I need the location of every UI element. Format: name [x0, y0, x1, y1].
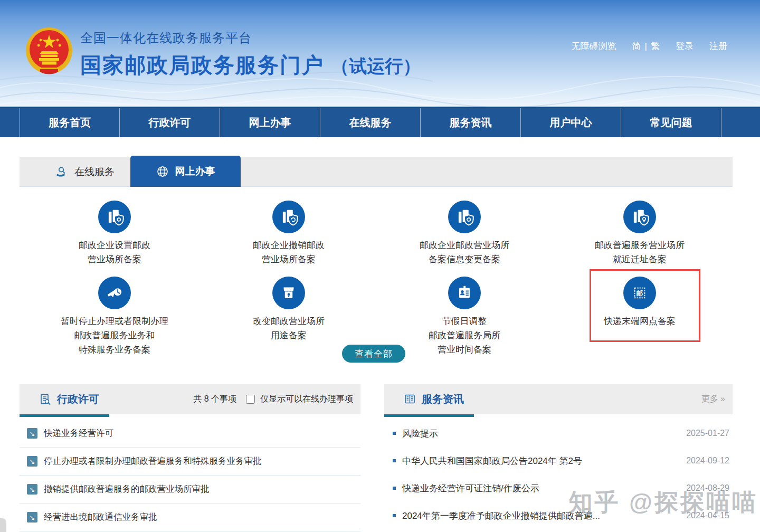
news-item-license-cancellation[interactable]: 快递业务经营许可证注销/作废公示 2024-08-29 [384, 474, 733, 502]
login-link[interactable]: 登录 [676, 40, 694, 52]
service-news-list: 风险提示 2025-01-27 中华人民共和国国家邮政局公告2024年 第2号 … [384, 420, 733, 529]
item-count-text: 共 8 个事项 [193, 394, 236, 405]
service-news-title-text: 服务资讯 [422, 392, 464, 406]
register-link[interactable]: 注册 [709, 40, 727, 52]
service-item-label: 邮政普遍服务营业场所 就近迁址备案 [595, 238, 685, 267]
nav-item-service-news[interactable]: 服务资讯 [421, 108, 521, 137]
site-title: 国家邮政局政务服务门户 （试运行） [80, 51, 421, 80]
floating-widget-edge[interactable] [0, 518, 6, 532]
stamp-icon: 邮 [623, 277, 656, 309]
list-item-label: 快递业务经营许可 [44, 428, 113, 439]
service-news-header: 服务资讯 更多 » [384, 384, 733, 414]
list-item-label: 撤销提供邮政普遍服务的邮政营业场所审批 [44, 483, 210, 495]
nav-item-online-handling[interactable]: 网上办事 [220, 108, 320, 137]
tab-online-service[interactable]: 在线服务 [41, 157, 129, 187]
admin-license-title-text: 行政许可 [57, 392, 99, 406]
news-item-date: 2024-08-29 [686, 483, 729, 493]
service-item-change-filing-info[interactable]: 邮政企业邮政营业场所 备案信息变更备案 [385, 201, 544, 267]
header-links: 无障碍浏览 简 | 繁 登录 注册 [572, 40, 727, 52]
service-item-label: 改变邮政营业场所 用途备案 [253, 314, 325, 343]
bullet-icon [393, 432, 396, 435]
panel-title-underline [384, 414, 474, 417]
site-title-text: 国家邮政局政务服务门户 [80, 53, 324, 77]
docs-shield-pin-icon [623, 201, 656, 233]
news-item-q1-2024-approval[interactable]: 2024年第一季度准予邮政企业撤销提供邮政普遍... 2024-04-15 [384, 502, 733, 529]
lang-traditional-link[interactable]: 繁 [651, 40, 660, 52]
list-item-label: 经营进出境邮政通信业务审批 [44, 511, 157, 523]
panel-title-underline [20, 414, 109, 417]
document-magnifier-icon [39, 393, 52, 406]
more-link[interactable]: 更多 » [701, 394, 725, 405]
service-item-relocation-filing[interactable]: 邮政普遍服务营业场所 就近迁址备案 [560, 201, 719, 267]
service-item-label: 邮政企业撤销邮政 营业场所备案 [253, 238, 325, 267]
list-item-revoke-approval[interactable]: ↘ 撤销提供邮政普遍服务的邮政营业场所审批 [20, 476, 360, 504]
list-item-cross-border-approval[interactable]: ↘ 经营进出境邮政通信业务审批 [20, 504, 360, 531]
nav-item-admin-license[interactable]: 行政许可 [120, 108, 220, 137]
docs-shield-gear-icon [98, 201, 131, 233]
news-item-title: 中华人民共和国国家邮政局公告2024年 第2号 [402, 455, 582, 467]
service-item-revoke-postal-premises[interactable]: 邮政企业撤销邮政 营业场所备案 [210, 201, 368, 267]
news-item-date: 2025-01-27 [686, 429, 729, 438]
admin-license-header: 行政许可 共 8 个事项 仅显示可以在线办理事项 [20, 384, 360, 414]
lang-divider: | [645, 41, 647, 52]
stamp-character: 邮 [636, 289, 643, 297]
docs-shield-sync-icon [448, 201, 481, 233]
admin-license-controls: 共 8 个事项 仅显示可以在线办理事项 [193, 394, 353, 405]
nav-item-user-center[interactable]: 用户中心 [521, 108, 621, 137]
list-item-express-license[interactable]: ↘ 快递业务经营许可 [20, 420, 360, 448]
nav-item-home[interactable]: 服务首页 [20, 108, 120, 137]
service-item-change-premises-use[interactable]: 改变邮政营业场所 用途备案 [210, 277, 368, 343]
service-item-holiday-hours[interactable]: 节假日调整 邮政普遍服务局所 营业时间备案 [385, 277, 544, 357]
docs-shield-undo-icon [272, 201, 305, 233]
arrow-icon: ↘ [27, 456, 37, 467]
service-item-express-endpoint-filing[interactable]: 邮 快递末端网点备案 [560, 277, 719, 328]
globe-icon [156, 165, 169, 178]
national-emblem-logo [24, 26, 74, 77]
service-tabbar: 在线服务 网上办事 [20, 157, 733, 187]
bullet-icon [393, 487, 396, 490]
page-header: 全国一体化在线政务服务平台 国家邮政局政务服务门户 （试运行） 无障碍浏览 简 … [0, 0, 760, 107]
news-item-risk-notice[interactable]: 风险提示 2025-01-27 [384, 420, 733, 447]
view-all-button[interactable]: 查看全部 [342, 345, 405, 363]
platform-title: 全国一体化在线政务服务平台 [80, 30, 421, 46]
store-pin-icon [272, 277, 305, 309]
language-switch: 简 | 繁 [632, 40, 660, 52]
service-news-title: 服务资讯 [404, 392, 464, 406]
news-item-date: 2024-04-15 [686, 511, 729, 520]
service-item-label: 暂时停止办理或者限制办理 邮政普遍服务业务和 特殊服务业务备案 [61, 314, 168, 357]
newspaper-icon [404, 393, 416, 406]
service-news-panel: 服务资讯 更多 » 风险提示 2025-01-27 中华人民共和国国家邮政局公告… [384, 384, 733, 532]
news-item-title: 风险提示 [402, 428, 438, 440]
tab-online-handling[interactable]: 网上办事 [130, 156, 241, 187]
main-navigation: 服务首页 行政许可 网上办事 在线服务 服务资讯 用户中心 常见问题 [0, 107, 760, 137]
lang-simplified-link[interactable]: 简 [632, 40, 641, 52]
service-item-suspend-services[interactable]: 暂时停止办理或者限制办理 邮政普遍服务业务和 特殊服务业务备案 [35, 277, 194, 357]
service-item-label: 节假日调整 邮政普遍服务局所 营业时间备案 [429, 314, 500, 357]
id-card-icon [448, 277, 481, 309]
tab-online-service-label: 在线服务 [74, 165, 115, 179]
online-only-label: 仅显示可以在线办理事项 [260, 394, 353, 405]
news-item-date: 2024-09-12 [686, 456, 729, 466]
services-grid: 邮政企业设置邮政 营业场所备案 邮政企业撤销邮政 营业场所备案 [20, 188, 733, 376]
bullet-icon [393, 459, 396, 462]
arrow-icon: ↘ [27, 512, 37, 522]
admin-license-title: 行政许可 [39, 392, 99, 406]
list-item-label: 停止办理或者限制办理邮政普遍服务和特殊服务业务审批 [44, 455, 262, 467]
hand-magnifier-icon [55, 166, 68, 178]
accessibility-link[interactable]: 无障碍浏览 [572, 40, 616, 52]
online-only-checkbox[interactable] [246, 395, 255, 404]
service-item-setup-postal-premises[interactable]: 邮政企业设置邮政 营业场所备案 [35, 201, 194, 267]
service-item-label: 快递末端网点备案 [604, 314, 676, 328]
nav-item-faq[interactable]: 常见问题 [621, 108, 721, 137]
admin-license-list: ↘ 快递业务经营许可 ↘ 停止办理或者限制办理邮政普遍服务和特殊服务业务审批 ↘… [20, 420, 360, 531]
news-item-announcement-2024-2[interactable]: 中华人民共和国国家邮政局公告2024年 第2号 2024-09-12 [384, 447, 733, 474]
tab-online-handling-label: 网上办事 [175, 165, 215, 178]
list-item-suspend-approval[interactable]: ↘ 停止办理或者限制办理邮政普遍服务和特殊服务业务审批 [20, 448, 360, 476]
news-item-title: 2024年第一季度准予邮政企业撤销提供邮政普遍... [402, 510, 600, 522]
news-item-title: 快递业务经营许可证注销/作废公示 [402, 482, 539, 495]
arrow-icon: ↘ [27, 484, 37, 495]
bullet-icon [393, 514, 396, 517]
service-item-label: 邮政企业设置邮政 营业场所备案 [79, 238, 150, 267]
nav-item-online-service[interactable]: 在线服务 [320, 108, 421, 137]
arrow-icon: ↘ [27, 428, 37, 439]
